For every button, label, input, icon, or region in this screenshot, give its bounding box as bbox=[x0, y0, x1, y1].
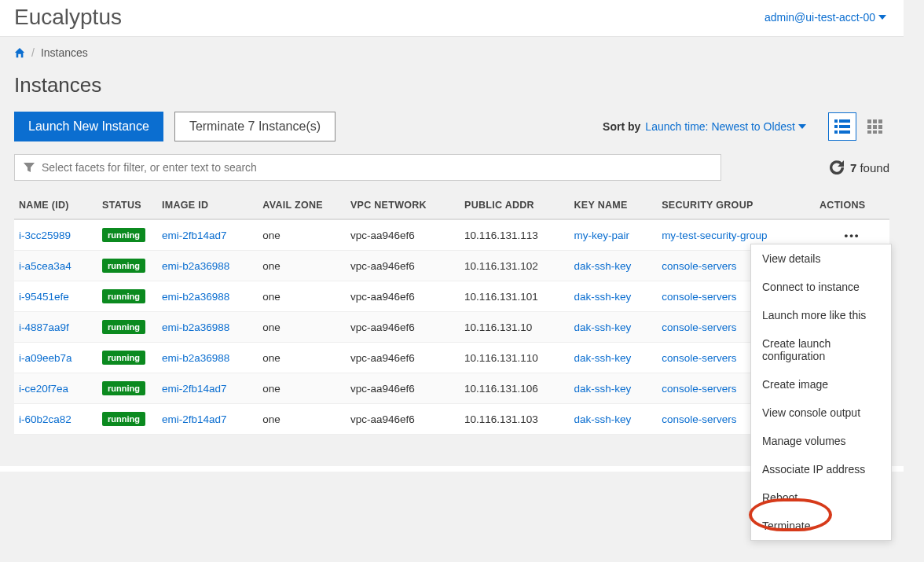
user-menu[interactable]: admin@ui-test-acct-00 bbox=[764, 11, 886, 24]
brand-logo: Eucalyptus bbox=[14, 5, 122, 30]
image-id-link[interactable]: emi-b2a36988 bbox=[162, 352, 229, 364]
terminate-instances-button[interactable]: Terminate 7 Instance(s) bbox=[174, 112, 336, 141]
col-sg[interactable]: SECURITY GROUP bbox=[657, 192, 815, 219]
zone-cell: one bbox=[258, 404, 346, 435]
security-group-link[interactable]: console-servers bbox=[662, 383, 736, 395]
key-name-link[interactable]: my-key-pair bbox=[574, 230, 630, 241]
ip-cell: 10.116.131.102 bbox=[460, 251, 570, 281]
instance-id-link[interactable]: i-95451efe bbox=[19, 291, 69, 303]
instance-id-link[interactable]: i-3cc25989 bbox=[19, 230, 71, 241]
svg-rect-7 bbox=[873, 119, 877, 123]
ip-cell: 10.116.131.110 bbox=[460, 343, 570, 373]
ip-cell: 10.116.131.101 bbox=[460, 281, 570, 312]
svg-rect-9 bbox=[867, 125, 871, 129]
vpc-cell: vpc-aa946ef6 bbox=[346, 343, 460, 373]
svg-rect-2 bbox=[834, 125, 838, 128]
key-name-link[interactable]: dak-ssh-key bbox=[574, 260, 632, 272]
found-suffix: found bbox=[860, 161, 889, 174]
key-name-link[interactable]: dak-ssh-key bbox=[574, 321, 632, 333]
security-group-link[interactable]: console-servers bbox=[662, 291, 736, 303]
security-group-link[interactable]: console-servers bbox=[662, 413, 736, 425]
search-box[interactable] bbox=[14, 154, 721, 181]
instance-id-link[interactable]: i-4887aa9f bbox=[19, 321, 69, 333]
key-name-link[interactable]: dak-ssh-key bbox=[574, 383, 632, 395]
image-id-link[interactable]: emi-2fb14ad7 bbox=[162, 383, 227, 395]
launch-instance-button[interactable]: Launch New Instance bbox=[14, 112, 163, 141]
svg-rect-3 bbox=[839, 125, 850, 128]
key-name-link[interactable]: dak-ssh-key bbox=[574, 413, 632, 425]
topbar: Eucalyptus admin@ui-test-acct-00 bbox=[0, 0, 904, 37]
col-name[interactable]: NAME (ID) bbox=[14, 192, 97, 219]
grid-view-button[interactable] bbox=[861, 112, 889, 141]
home-icon[interactable] bbox=[14, 47, 25, 58]
key-name-link[interactable]: dak-ssh-key bbox=[574, 352, 632, 364]
zone-cell: one bbox=[258, 312, 346, 343]
refresh-icon[interactable] bbox=[830, 160, 844, 174]
result-count: 7 found bbox=[830, 160, 889, 174]
zone-cell: one bbox=[258, 373, 346, 404]
security-group-link[interactable]: console-servers bbox=[662, 260, 736, 272]
security-group-link[interactable]: my-test-security-group bbox=[662, 230, 767, 241]
menu-item-launch-more-like-this[interactable]: Launch more like this bbox=[751, 301, 891, 329]
svg-rect-13 bbox=[873, 130, 877, 134]
col-status[interactable]: STATUS bbox=[97, 192, 157, 219]
menu-item-create-launch-configuration[interactable]: Create launch configuration bbox=[751, 329, 891, 370]
image-id-link[interactable]: emi-2fb14ad7 bbox=[162, 413, 227, 425]
svg-rect-1 bbox=[839, 119, 850, 123]
col-ip[interactable]: PUBLIC ADDR bbox=[460, 192, 570, 219]
breadcrumb: / Instances bbox=[14, 46, 889, 59]
sort-dropdown[interactable]: Launch time: Newest to Oldest bbox=[645, 120, 806, 133]
security-group-link[interactable]: console-servers bbox=[662, 352, 736, 364]
filter-icon bbox=[23, 161, 35, 174]
image-id-link[interactable]: emi-2fb14ad7 bbox=[162, 230, 227, 241]
status-badge: running bbox=[102, 228, 145, 242]
instance-id-link[interactable]: i-a09eeb7a bbox=[19, 352, 72, 364]
found-count: 7 bbox=[850, 161, 856, 174]
menu-item-manage-volumes[interactable]: Manage volumes bbox=[751, 427, 891, 455]
ip-cell: 10.116.131.103 bbox=[460, 404, 570, 435]
user-label: admin@ui-test-acct-00 bbox=[764, 11, 875, 24]
ip-cell: 10.116.131.106 bbox=[460, 373, 570, 404]
security-group-link[interactable]: console-servers bbox=[662, 321, 736, 333]
menu-item-associate-ip-address[interactable]: Associate IP address bbox=[751, 455, 891, 483]
instance-id-link[interactable]: i-60b2ca82 bbox=[19, 413, 72, 425]
search-row: 7 found bbox=[14, 154, 889, 181]
menu-item-terminate[interactable]: Terminate bbox=[751, 512, 891, 540]
toolbar: Launch New Instance Terminate 7 Instance… bbox=[14, 112, 889, 141]
vpc-cell: vpc-aa946ef6 bbox=[346, 219, 460, 251]
row-actions-button[interactable]: ••• bbox=[844, 230, 860, 241]
instance-id-link[interactable]: i-a5cea3a4 bbox=[19, 260, 72, 272]
status-badge: running bbox=[102, 259, 145, 273]
vpc-cell: vpc-aa946ef6 bbox=[346, 251, 460, 281]
chevron-down-icon bbox=[798, 123, 806, 130]
image-id-link[interactable]: emi-b2a36988 bbox=[162, 321, 229, 333]
ip-cell: 10.116.131.113 bbox=[460, 219, 570, 251]
list-icon bbox=[834, 119, 850, 134]
search-input[interactable] bbox=[42, 161, 713, 174]
svg-rect-12 bbox=[867, 130, 871, 134]
vpc-cell: vpc-aa946ef6 bbox=[346, 281, 460, 312]
status-badge: running bbox=[102, 351, 145, 365]
vpc-cell: vpc-aa946ef6 bbox=[346, 404, 460, 435]
menu-item-connect-to-instance[interactable]: Connect to instance bbox=[751, 273, 891, 301]
menu-item-view-console-output[interactable]: View console output bbox=[751, 399, 891, 427]
chevron-down-icon bbox=[878, 13, 886, 21]
zone-cell: one bbox=[258, 219, 346, 251]
col-vpc[interactable]: VPC NETWORK bbox=[346, 192, 460, 219]
breadcrumb-current: Instances bbox=[41, 46, 88, 59]
menu-item-view-details[interactable]: View details bbox=[751, 244, 891, 273]
svg-rect-6 bbox=[867, 119, 871, 123]
col-zone[interactable]: AVAIL ZONE bbox=[258, 192, 346, 219]
menu-item-reboot[interactable]: Reboot bbox=[751, 483, 891, 512]
key-name-link[interactable]: dak-ssh-key bbox=[574, 291, 632, 303]
list-view-button[interactable] bbox=[828, 112, 856, 141]
col-image[interactable]: IMAGE ID bbox=[157, 192, 258, 219]
status-badge: running bbox=[102, 412, 145, 426]
image-id-link[interactable]: emi-b2a36988 bbox=[162, 291, 229, 303]
menu-item-create-image[interactable]: Create image bbox=[751, 370, 891, 399]
col-key[interactable]: KEY NAME bbox=[570, 192, 658, 219]
svg-rect-10 bbox=[873, 125, 877, 129]
instance-id-link[interactable]: i-ce20f7ea bbox=[19, 383, 68, 395]
image-id-link[interactable]: emi-b2a36988 bbox=[162, 260, 229, 272]
status-badge: running bbox=[102, 320, 145, 334]
